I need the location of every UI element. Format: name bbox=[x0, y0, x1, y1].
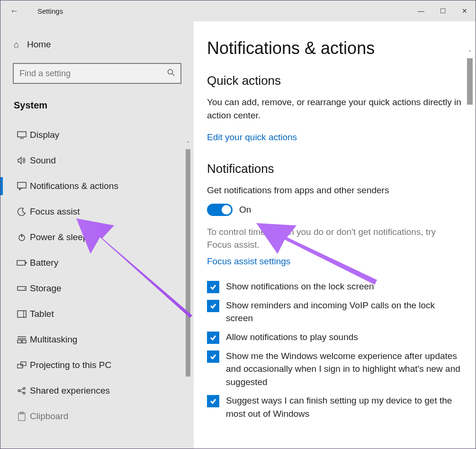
section-title: System bbox=[0, 97, 194, 122]
svg-line-22 bbox=[20, 389, 23, 390]
sidebar-item-display[interactable]: Display bbox=[0, 122, 194, 148]
search-input[interactable] bbox=[19, 69, 167, 79]
checkbox-label: Suggest ways I can finish setting up my … bbox=[226, 394, 462, 420]
notifications-toggle[interactable] bbox=[207, 204, 233, 216]
project-icon bbox=[14, 361, 30, 369]
svg-line-23 bbox=[20, 391, 23, 393]
checkbox-row[interactable]: Show notifications on the lock screen bbox=[207, 280, 462, 293]
home-button[interactable]: ⌂ Home bbox=[0, 35, 194, 54]
sidebar-item-label: Storage bbox=[30, 283, 62, 294]
checkbox-row[interactable]: Show me the Windows welcome experience a… bbox=[207, 350, 462, 389]
checkbox-label: Allow notifications to play sounds bbox=[226, 331, 358, 344]
checkbox-checked-icon[interactable] bbox=[207, 332, 219, 344]
quick-actions-heading: Quick actions bbox=[207, 73, 462, 88]
toggle-state: On bbox=[239, 205, 251, 215]
nav-list: Display Sound Notifications & actions Fo… bbox=[0, 122, 194, 429]
page-title: Notifications & actions bbox=[207, 38, 462, 58]
svg-rect-2 bbox=[18, 132, 26, 137]
svg-point-21 bbox=[23, 392, 25, 394]
checkbox-checked-icon[interactable] bbox=[207, 281, 219, 293]
sidebar-item-notifications[interactable]: Notifications & actions bbox=[0, 173, 194, 199]
close-button[interactable]: ✕ bbox=[454, 0, 476, 21]
sidebar-item-label: Clipboard bbox=[30, 411, 68, 422]
sidebar-item-multitasking[interactable]: Multitasking bbox=[0, 327, 194, 352]
svg-point-10 bbox=[24, 288, 25, 289]
svg-point-0 bbox=[168, 69, 173, 74]
power-icon bbox=[14, 233, 30, 242]
sidebar-item-projecting[interactable]: Projecting to this PC bbox=[0, 352, 194, 378]
sidebar-item-clipboard[interactable]: Clipboard bbox=[0, 404, 194, 429]
sidebar-item-label: Display bbox=[30, 130, 59, 140]
window-title: Settings bbox=[37, 7, 63, 15]
clipboard-icon bbox=[14, 412, 30, 421]
svg-point-20 bbox=[23, 387, 25, 389]
sidebar-item-label: Power & sleep bbox=[30, 232, 88, 242]
edit-quick-actions-link[interactable]: Edit your quick actions bbox=[207, 132, 297, 143]
quick-actions-desc: You can add, remove, or rearrange your q… bbox=[207, 96, 462, 122]
tablet-icon bbox=[14, 310, 30, 318]
scroll-up-icon[interactable]: ˄ bbox=[466, 50, 474, 56]
storage-icon bbox=[14, 285, 30, 292]
moon-icon bbox=[14, 207, 30, 216]
checkbox-label: Show me the Windows welcome experience a… bbox=[226, 350, 462, 389]
scroll-up-icon[interactable]: ˄ bbox=[184, 141, 192, 147]
title-bar: ← Settings — ☐ ✕ bbox=[0, 0, 476, 21]
sidebar-item-label: Notifications & actions bbox=[30, 181, 118, 191]
sidebar-item-tablet[interactable]: Tablet bbox=[0, 301, 194, 327]
sidebar-item-label: Projecting to this PC bbox=[30, 360, 111, 370]
sidebar-item-sound[interactable]: Sound bbox=[0, 148, 194, 173]
checkbox-checked-icon[interactable] bbox=[207, 300, 219, 312]
sidebar-item-shared[interactable]: Shared experiences bbox=[0, 378, 194, 404]
sidebar-item-label: Multitasking bbox=[30, 334, 77, 345]
sidebar-item-battery[interactable]: Battery bbox=[0, 250, 194, 276]
scroll-thumb[interactable] bbox=[186, 149, 190, 377]
battery-icon bbox=[14, 260, 30, 266]
notifications-heading: Notifications bbox=[207, 162, 462, 176]
minimize-button[interactable]: — bbox=[410, 0, 432, 21]
checkbox-checked-icon[interactable] bbox=[207, 350, 219, 363]
chat-icon bbox=[14, 182, 30, 190]
sidebar-item-label: Shared experiences bbox=[30, 386, 110, 396]
svg-rect-18 bbox=[18, 364, 23, 368]
svg-rect-11 bbox=[18, 311, 26, 317]
home-icon: ⌂ bbox=[14, 40, 27, 50]
sidebar-item-focus-assist[interactable]: Focus assist bbox=[0, 199, 194, 224]
checkbox-checked-icon[interactable] bbox=[207, 395, 219, 407]
share-icon bbox=[14, 386, 30, 395]
speaker-icon bbox=[14, 156, 30, 165]
svg-rect-8 bbox=[26, 262, 27, 264]
checkbox-label: Show reminders and incoming VoIP calls o… bbox=[226, 299, 462, 325]
focus-assist-hint: To control times when you do or don't ge… bbox=[207, 225, 462, 251]
sidebar: ⌂ Home System Display Sound Notification… bbox=[0, 21, 194, 449]
sidebar-scrollbar[interactable]: ˄ bbox=[184, 141, 192, 378]
sidebar-item-label: Sound bbox=[30, 155, 56, 166]
sidebar-item-label: Battery bbox=[30, 258, 58, 268]
svg-rect-7 bbox=[17, 260, 25, 265]
back-icon[interactable]: ← bbox=[10, 6, 24, 16]
search-box[interactable] bbox=[13, 63, 181, 84]
multitask-icon bbox=[14, 336, 30, 343]
checkbox-row[interactable]: Suggest ways I can finish setting up my … bbox=[207, 394, 462, 420]
sidebar-item-label: Tablet bbox=[30, 309, 54, 319]
scroll-thumb[interactable] bbox=[467, 58, 473, 105]
checkbox-row[interactable]: Allow notifications to play sounds bbox=[207, 331, 462, 344]
sidebar-item-storage[interactable]: Storage bbox=[0, 276, 194, 301]
search-icon bbox=[167, 69, 175, 79]
maximize-button[interactable]: ☐ bbox=[432, 0, 454, 21]
notifications-toggle-label: Get notifications from apps and other se… bbox=[207, 184, 462, 197]
sidebar-item-label: Focus assist bbox=[30, 207, 80, 217]
monitor-icon bbox=[14, 131, 30, 139]
content-pane: Notifications & actions Quick actions Yo… bbox=[194, 21, 476, 449]
sidebar-item-power-sleep[interactable]: Power & sleep bbox=[0, 224, 194, 250]
svg-point-19 bbox=[18, 390, 20, 392]
svg-rect-17 bbox=[21, 362, 26, 366]
svg-rect-16 bbox=[22, 340, 26, 343]
content-scrollbar[interactable]: ˄ bbox=[466, 50, 474, 107]
svg-rect-15 bbox=[18, 340, 21, 343]
checkbox-label: Show notifications on the lock screen bbox=[226, 280, 374, 293]
svg-line-1 bbox=[172, 73, 175, 76]
checkbox-row[interactable]: Show reminders and incoming VoIP calls o… bbox=[207, 299, 462, 325]
svg-rect-4 bbox=[18, 182, 26, 188]
home-label: Home bbox=[27, 39, 51, 50]
focus-assist-settings-link[interactable]: Focus assist settings bbox=[207, 256, 290, 267]
